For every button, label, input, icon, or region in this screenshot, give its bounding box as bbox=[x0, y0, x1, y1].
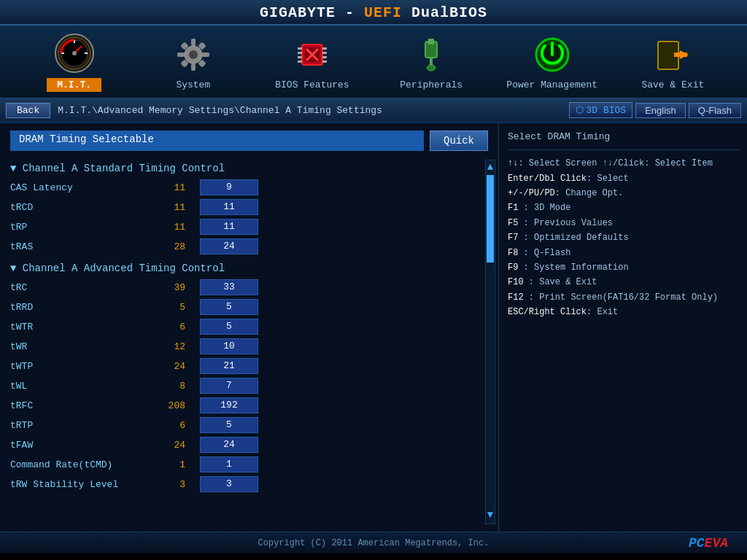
breadcrumb-bar: Back M.I.T.\Advanced Memory Settings\Cha… bbox=[0, 98, 747, 123]
nav-item-peripherals[interactable]: Peripherals bbox=[387, 33, 475, 90]
svg-rect-23 bbox=[298, 61, 302, 63]
tfaw-default: 24 bbox=[156, 440, 200, 451]
svg-rect-30 bbox=[425, 42, 437, 58]
shortcut-arrows: ↑↓: Select Screen ↑↓/Click: Select Item bbox=[508, 156, 738, 171]
trcd-label: tRCD bbox=[10, 202, 156, 213]
nav-item-bios-features[interactable]: BIOS Features bbox=[268, 33, 356, 90]
twr-value[interactable]: 10 bbox=[200, 338, 258, 354]
logo-pc: PC bbox=[689, 536, 705, 551]
cas-latency-label: CAS Latency bbox=[10, 182, 156, 193]
exit-icon bbox=[651, 33, 694, 77]
twl-value[interactable]: 7 bbox=[200, 378, 258, 394]
standard-timing-rows: CAS Latency 11 9 tRCD 11 11 tRP 11 11 tR… bbox=[10, 179, 488, 255]
quick-button[interactable]: Quick bbox=[430, 131, 488, 151]
trw-stability-label: tRW Stability Level bbox=[10, 479, 156, 490]
trw-stability-value[interactable]: 3 bbox=[200, 476, 258, 492]
tras-default: 28 bbox=[156, 241, 200, 252]
svg-rect-24 bbox=[322, 47, 327, 50]
shortcut-change: +/-/PU/PD: Change Opt. bbox=[508, 186, 738, 201]
header: GIGABYTE - UEFI DualBIOS bbox=[0, 0, 747, 26]
title-suffix: DualBIOS bbox=[402, 4, 487, 21]
svg-rect-21 bbox=[298, 52, 302, 54]
svg-rect-40 bbox=[674, 52, 687, 57]
divider bbox=[508, 149, 738, 150]
right-panel: Select DRAM Timing ↑↓: Select Screen ↑↓/… bbox=[499, 123, 747, 532]
nav-item-system[interactable]: System bbox=[150, 33, 237, 90]
table-row: CAS Latency 11 9 bbox=[10, 179, 488, 196]
advanced-timing-header: ▼ Channel A Advanced Timing Control bbox=[10, 262, 488, 274]
language-button[interactable]: English bbox=[635, 103, 686, 118]
trtp-default: 6 bbox=[156, 420, 200, 431]
tras-label: tRAS bbox=[10, 241, 156, 252]
twr-label: tWR bbox=[10, 341, 156, 352]
svg-rect-11 bbox=[191, 63, 196, 71]
help-description: Select DRAM Timing bbox=[508, 131, 738, 144]
table-row: tRP 11 11 bbox=[10, 218, 488, 236]
cmd-rate-label: Command Rate(tCMD) bbox=[10, 459, 156, 470]
footer-wrap: Copyright (C) 2011 American Megatrends, … bbox=[4, 538, 743, 548]
twtr-default: 6 bbox=[156, 322, 200, 332]
nav-item-power-management[interactable]: Power Management bbox=[506, 33, 597, 90]
trc-value[interactable]: 33 bbox=[200, 279, 258, 295]
trc-default: 39 bbox=[156, 282, 200, 293]
trcd-value[interactable]: 11 bbox=[200, 199, 258, 215]
table-row: tWL 8 7 bbox=[10, 377, 488, 394]
footer-logo: PCEVA bbox=[689, 536, 728, 551]
svg-rect-25 bbox=[322, 52, 327, 54]
svg-rect-20 bbox=[298, 47, 302, 50]
scroll-thumb[interactable] bbox=[487, 175, 494, 262]
shortcut-f1: F1 : 3D Mode bbox=[508, 201, 738, 215]
svg-rect-31 bbox=[428, 39, 431, 44]
shortcut-f8: F8 : Q-Flash bbox=[508, 246, 738, 260]
trtp-value[interactable]: 5 bbox=[200, 417, 258, 433]
logo-eva: EVA bbox=[705, 536, 728, 551]
table-row: tWTR 6 5 bbox=[10, 318, 488, 335]
cmd-rate-value[interactable]: 1 bbox=[200, 456, 258, 472]
twl-default: 8 bbox=[156, 381, 200, 392]
scroll-down-arrow[interactable]: ▼ bbox=[487, 509, 493, 521]
shortcut-f7: F7 : Optimized Defaults bbox=[508, 230, 738, 245]
header-title: GIGABYTE - UEFI DualBIOS bbox=[260, 4, 487, 21]
twtr-value[interactable]: 5 bbox=[200, 319, 258, 335]
shortcut-f10: F10 : Save & Exit bbox=[508, 275, 738, 289]
scrollbar[interactable]: ▲ ▼ bbox=[485, 160, 495, 524]
trp-value[interactable]: 11 bbox=[200, 219, 258, 235]
twtp-default: 24 bbox=[156, 361, 200, 372]
cas-latency-default: 11 bbox=[156, 182, 200, 193]
scroll-up-arrow[interactable]: ▲ bbox=[487, 162, 493, 172]
nav-item-save-exit[interactable]: Save & Exit bbox=[629, 33, 716, 90]
twtp-value[interactable]: 21 bbox=[200, 358, 258, 374]
svg-rect-10 bbox=[191, 39, 196, 46]
trfc-value[interactable]: 192 bbox=[200, 397, 258, 413]
svg-point-33 bbox=[427, 65, 436, 71]
svg-rect-27 bbox=[322, 61, 327, 63]
bios3d-icon: ⬡ bbox=[576, 104, 584, 116]
bios-features-label: BIOS Features bbox=[275, 79, 349, 90]
dram-selector[interactable]: DRAM Timing Selectable bbox=[10, 131, 424, 151]
tras-value[interactable]: 24 bbox=[200, 238, 258, 254]
shortcut-esc: ESC/Right Click: Exit bbox=[508, 305, 738, 319]
cas-latency-value[interactable]: 9 bbox=[200, 179, 258, 195]
nav-item-mit[interactable]: M.I.T. bbox=[31, 31, 118, 92]
back-button[interactable]: Back bbox=[6, 103, 50, 118]
table-row: tRCD 11 11 bbox=[10, 198, 488, 216]
trfc-default: 208 bbox=[156, 400, 200, 411]
tfaw-label: tFAW bbox=[10, 440, 156, 451]
twr-default: 12 bbox=[156, 341, 200, 352]
tfaw-value[interactable]: 24 bbox=[200, 437, 258, 453]
bios3d-button[interactable]: ⬡ 3D BIOS bbox=[569, 102, 633, 118]
trc-label: tRC bbox=[10, 282, 156, 293]
shortcuts-panel: ↑↓: Select Screen ↑↓/Click: Select Item … bbox=[508, 156, 738, 319]
trrd-value[interactable]: 5 bbox=[200, 299, 258, 315]
svg-rect-13 bbox=[202, 52, 209, 57]
copyright-text: Copyright (C) 2011 American Megatrends, … bbox=[258, 538, 489, 548]
shortcut-enter: Enter/Dbl Click: Select bbox=[508, 171, 738, 186]
qflash-button[interactable]: Q-Flash bbox=[689, 103, 741, 118]
advanced-timing-rows: tRC 39 33 tRRD 5 5 tWTR 6 5 tWR 12 10 tW… bbox=[10, 279, 488, 493]
standard-timing-header: ▼ Channel A Standard Timing Control bbox=[10, 163, 488, 174]
title-uefi: UEFI bbox=[364, 4, 402, 21]
bios3d-label: 3D BIOS bbox=[587, 105, 627, 116]
trp-label: tRP bbox=[10, 222, 156, 233]
trcd-default: 11 bbox=[156, 202, 200, 213]
save-exit-label: Save & Exit bbox=[641, 79, 704, 90]
